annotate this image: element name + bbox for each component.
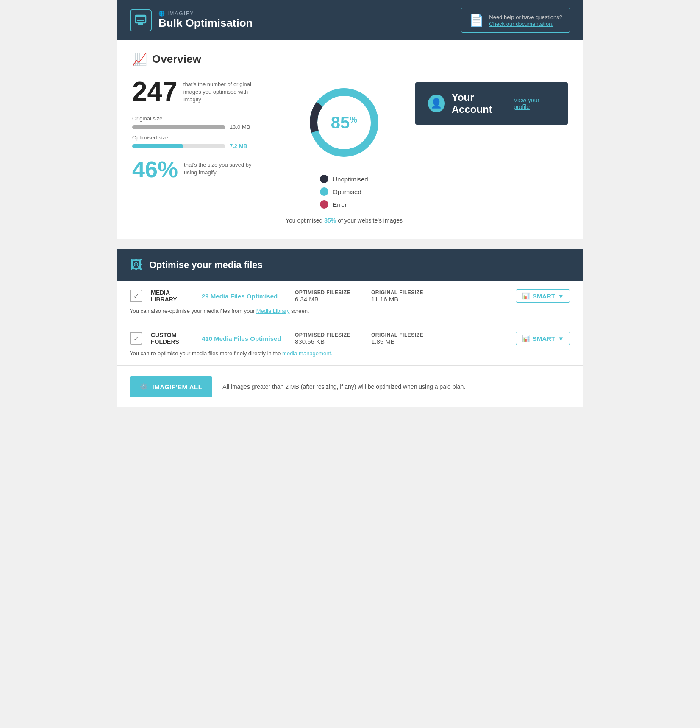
docs-link[interactable]: Check our documentation. [489,21,562,27]
svg-rect-1 [136,15,146,17]
header: 🌐 IMAGIFY Bulk Optimisation 📄 Need help … [117,0,583,40]
media-library-link[interactable]: Media Library [256,308,290,314]
unoptimised-dot [320,175,328,183]
cf-smart-bars-icon: 📊 [522,335,530,342]
overview-header-row: 📈 Overview [117,40,583,66]
optimised-size-bar-row: 7.2 MB [132,143,273,149]
legend-unoptimised-label: Unoptimised [333,176,368,183]
help-icon: 📄 [469,13,484,27]
custom-folders-smart-button[interactable]: 📊 SMART ▼ [516,332,570,345]
optimised-stat-label: OPTIMISED FILESIZE [295,290,363,296]
globe-icon: 🌐 [158,11,166,17]
original-size-value: 13.0 MB [230,124,250,130]
media-library-row: ✓ MEDIALIBRARY 29 Media Files Optimised … [117,281,583,323]
legend-optimised: Optimised [320,187,361,196]
optimised-size-fill [132,144,183,148]
savings-percent: 46% [132,158,178,181]
smart-bars-icon: 📊 [522,292,530,300]
legend-unoptimised: Unoptimised [320,175,368,183]
bottom-section: ⚙️ IMAGIF'EM ALL All images greater than… [117,365,583,407]
original-size-track [132,125,225,129]
cf-optimised-stat-label: OPTIMISED FILESIZE [295,332,363,338]
brand-name: 🌐 IMAGIFY [158,11,253,17]
overview-icon: 📈 [132,52,147,66]
imagifem-all-button[interactable]: ⚙️ IMAGIF'EM ALL [130,376,212,397]
media-section-header: 🖼 Optimise your media files [117,249,583,281]
media-library-name: MEDIALIBRARY [151,289,193,303]
cf-original-stat-value: 1.85 MB [371,338,439,345]
header-brand: 🌐 IMAGIFY Bulk Optimisation [158,11,253,30]
help-box: 📄 Need help or have questions? Check our… [461,8,570,33]
media-management-link[interactable]: media management. [282,350,333,357]
optimised-summary: You optimised 85% of your website's imag… [286,217,403,224]
media-library-checkbox[interactable]: ✓ [130,290,142,302]
page-title: Bulk Optimisation [158,17,253,30]
view-profile-link[interactable]: View your profile [514,97,555,110]
media-library-files: 29 Media Files Optimised [202,293,286,300]
account-panel: 👤 Your Account View your profile [415,78,568,224]
custom-folders-name: CUSTOMFOLDERS [151,332,193,345]
original-stat-label: ORIGINAL FILESIZE [371,290,439,296]
overview-account-row: 247 that's the number of original images… [117,78,583,224]
media-library-smart-button[interactable]: 📊 SMART ▼ [516,289,570,303]
custom-folders-checkbox[interactable]: ✓ [130,332,142,345]
optimised-size-label: Optimised size [132,134,273,141]
custom-folders-main: ✓ CUSTOMFOLDERS 410 Media Files Optimise… [130,332,570,345]
spacer-1 [117,224,583,239]
media-header-title: Optimise your media files [149,259,263,271]
account-left: 👤 Your Account [428,92,514,115]
custom-folders-files: 410 Media Files Optimised [202,335,286,342]
bottom-note: All images greater than 2 MB (after resi… [222,383,465,390]
media-library-main: ✓ MEDIALIBRARY 29 Media Files Optimised … [130,289,570,303]
custom-folders-original-stat: ORIGINAL FILESIZE 1.85 MB [371,332,439,345]
smart-dropdown-icon: ▼ [558,293,564,300]
cf-original-stat-label: ORIGINAL FILESIZE [371,332,439,338]
legend-optimised-label: Optimised [333,188,361,195]
your-account-box: 👤 Your Account View your profile [415,82,568,125]
main-content: 📈 Overview 247 that's the number of orig… [117,40,583,407]
logo-icon [130,9,152,31]
size-bars: Original size 13.0 MB Optimised size 7.2… [132,115,273,149]
custom-folders-row: ✓ CUSTOMFOLDERS 410 Media Files Optimise… [117,323,583,365]
cf-smart-dropdown-icon: ▼ [558,335,564,342]
header-left: 🌐 IMAGIFY Bulk Optimisation [130,9,253,31]
legend-error: Error [320,200,347,209]
original-stat-value: 11.16 MB [371,296,439,303]
donut-chart: 85% [304,82,384,163]
account-title: Your Account [452,92,514,115]
account-avatar: 👤 [428,95,445,112]
images-count: 247 [132,78,178,105]
donut-percent-label: 85% [331,114,357,131]
media-header-icon: 🖼 [130,258,142,272]
overview-stats: 247 that's the number of original images… [132,78,273,224]
savings-row: 46% that's the size you saved by using I… [132,158,273,181]
overview-title: Overview [152,53,201,66]
media-section: 🖼 Optimise your media files ✓ MEDIALIBRA… [117,249,583,407]
help-content: Need help or have questions? Check our d… [489,13,562,27]
custom-folders-note: You can re-optimise your media files mor… [130,350,570,357]
gear-icon: ⚙️ [140,383,148,390]
images-count-row: 247 that's the number of original images… [132,78,273,105]
custom-folders-optimised-stat: OPTIMISED FILESIZE 830.66 KB [295,332,363,345]
cf-optimised-stat-value: 830.66 KB [295,338,363,345]
original-size-bar-row: 13.0 MB [132,124,273,130]
overview-header: 📈 Overview [132,52,568,66]
legend: Unoptimised Optimised Error [320,175,368,209]
svg-rect-4 [138,23,143,25]
optimised-stat-value: 6.34 MB [295,296,363,303]
section-separator [117,239,583,249]
optimised-dot [320,187,328,196]
help-text: Need help or have questions? [489,14,562,20]
savings-desc: that's the size you saved by using Imagi… [184,161,252,176]
donut-area: 85% Unoptimised Optimised Error You [286,78,403,224]
legend-error-label: Error [333,201,347,208]
error-dot [320,200,328,209]
original-size-label: Original size [132,115,273,122]
media-library-optimised-stat: OPTIMISED FILESIZE 6.34 MB [295,290,363,303]
images-desc: that's the number of original images you… [183,81,260,104]
optimised-size-value: 7.2 MB [230,143,247,149]
media-library-note: You can also re-optimise your media file… [130,308,570,314]
media-library-original-stat: ORIGINAL FILESIZE 11.16 MB [371,290,439,303]
original-size-fill [132,125,225,129]
optimised-size-track [132,144,225,148]
